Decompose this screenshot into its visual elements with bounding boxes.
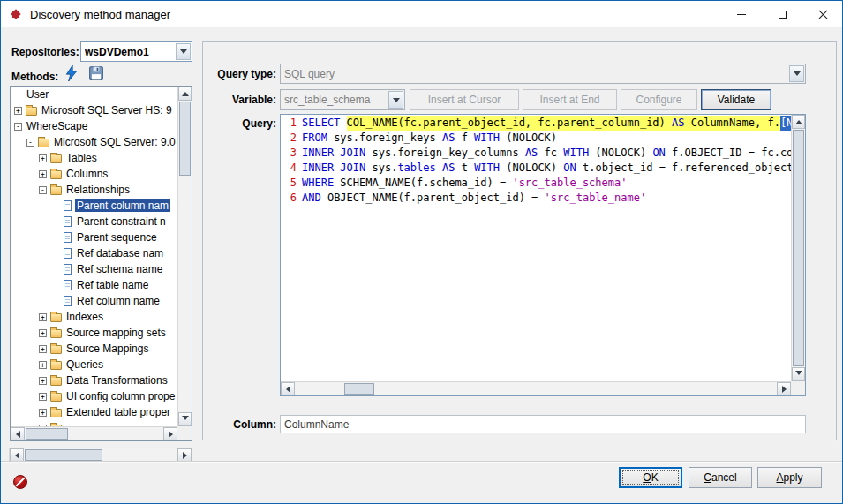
tree-item[interactable]: Ref column name bbox=[11, 293, 177, 309]
scroll-down-button[interactable] bbox=[792, 367, 805, 381]
code-token bbox=[436, 161, 442, 176]
collapse-icon[interactable]: - bbox=[26, 139, 34, 147]
variable-combobox[interactable]: src_table_schema bbox=[280, 89, 405, 110]
code-token: AS bbox=[525, 146, 538, 161]
tree-item[interactable]: -Microsoft SQL Server: 9.0 - bbox=[11, 134, 177, 150]
tree-item[interactable]: Ref schema name bbox=[11, 261, 177, 277]
tree-item-label: Parent sequence bbox=[75, 231, 159, 244]
editor-vscroll-thumb[interactable] bbox=[793, 130, 804, 366]
repository-value: wsDVDemo1 bbox=[85, 42, 174, 61]
code-token: [NAME bbox=[780, 116, 791, 131]
scrollbar-corner bbox=[177, 426, 192, 440]
tree-item[interactable]: +Queries bbox=[11, 357, 177, 372]
ok-button[interactable]: OK bbox=[619, 467, 682, 488]
repository-dropdown-button[interactable] bbox=[176, 43, 191, 60]
method-tree[interactable]: User+Microsoft SQL Server HS: 9-WhereSca… bbox=[10, 86, 192, 441]
code-token: WITH bbox=[474, 161, 500, 176]
tree-vertical-scrollbar[interactable] bbox=[177, 87, 192, 426]
scroll-down-button[interactable] bbox=[178, 412, 192, 426]
expand-icon[interactable]: + bbox=[39, 393, 47, 401]
validate-button[interactable]: Validate bbox=[701, 89, 771, 110]
tree-item[interactable]: +Data Transformations bbox=[11, 372, 177, 388]
code-token: 'src_table_name' bbox=[545, 191, 647, 206]
tree-item[interactable]: +Source Mappings bbox=[11, 341, 177, 357]
arrow-right-icon bbox=[782, 386, 790, 393]
code-token: INNER JOIN bbox=[302, 146, 372, 161]
code-lines[interactable]: 1SELECT COL_NAME(fc.parent_object_id, fc… bbox=[281, 115, 791, 381]
tree-hscroll-thumb[interactable] bbox=[26, 428, 68, 440]
scroll-left-button[interactable] bbox=[281, 382, 295, 395]
expand-icon[interactable]: + bbox=[39, 377, 47, 385]
expand-icon[interactable]: + bbox=[39, 345, 47, 353]
repository-combobox[interactable]: wsDVDemo1 bbox=[80, 41, 192, 62]
tree-item[interactable]: +Extended table proper bbox=[11, 404, 177, 420]
minimize-button[interactable] bbox=[721, 1, 762, 27]
tree-item[interactable]: Ref table name bbox=[11, 277, 177, 293]
editor-hscroll-thumb[interactable] bbox=[344, 383, 374, 395]
code-line: 1SELECT COL_NAME(fc.parent_object_id, fc… bbox=[281, 116, 791, 131]
save-icon[interactable] bbox=[88, 65, 104, 81]
cancel-button[interactable]: Cancel bbox=[689, 467, 752, 488]
column-field[interactable]: ColumnName bbox=[280, 415, 806, 433]
variable-dropdown-button[interactable] bbox=[388, 91, 403, 109]
tree-item[interactable]: +Columns bbox=[11, 166, 177, 182]
document-icon bbox=[64, 200, 72, 211]
tree-item[interactable]: Ref database nam bbox=[11, 245, 177, 261]
tree-item[interactable]: +Source mapping sets bbox=[11, 325, 177, 341]
editor-horizontal-scrollbar[interactable] bbox=[281, 381, 791, 395]
insert-at-cursor-button[interactable]: Insert at Cursor bbox=[410, 89, 519, 110]
tree-item-label: Ref column name bbox=[75, 295, 162, 307]
tree-item[interactable]: Parent sequence bbox=[11, 229, 177, 245]
scroll-up-button[interactable] bbox=[178, 87, 192, 101]
panel-hscroll-thumb[interactable] bbox=[25, 449, 102, 461]
tree-item[interactable]: +Tables bbox=[11, 150, 177, 166]
expand-icon[interactable]: + bbox=[39, 329, 47, 337]
expander-spacer bbox=[51, 202, 59, 210]
tree-item[interactable]: Parent constraint n bbox=[11, 214, 177, 229]
scroll-left-button[interactable] bbox=[11, 427, 25, 440]
document-icon bbox=[64, 248, 72, 259]
folder-icon bbox=[38, 139, 49, 147]
collapse-icon[interactable]: - bbox=[14, 123, 22, 131]
document-icon bbox=[64, 280, 72, 290]
insert-at-end-button[interactable]: Insert at End bbox=[523, 89, 617, 110]
tree-item[interactable]: +Indexes bbox=[11, 309, 177, 325]
expand-icon[interactable]: + bbox=[39, 170, 47, 178]
scroll-up-button[interactable] bbox=[792, 115, 805, 129]
tree-item[interactable]: -WhereScape bbox=[11, 118, 177, 134]
tree-item[interactable]: + bbox=[11, 420, 177, 426]
scroll-left-button[interactable] bbox=[10, 448, 24, 462]
configure-button[interactable]: Configure bbox=[621, 89, 697, 110]
tree-item-label: Source Mappings bbox=[64, 342, 150, 355]
tree-vscroll-thumb[interactable] bbox=[179, 102, 191, 176]
refresh-methods-icon[interactable] bbox=[64, 65, 79, 81]
expand-icon[interactable]: + bbox=[39, 409, 47, 417]
expander-spacer bbox=[51, 218, 59, 226]
expand-icon[interactable]: + bbox=[39, 361, 47, 369]
editor-vertical-scrollbar[interactable] bbox=[791, 115, 805, 381]
maximize-button[interactable] bbox=[762, 1, 802, 27]
document-icon bbox=[64, 296, 72, 306]
scroll-right-button[interactable] bbox=[177, 448, 192, 462]
tree-item-label: Parent constraint n bbox=[75, 215, 168, 228]
query-type-dropdown-button[interactable] bbox=[789, 65, 804, 82]
scroll-right-button[interactable] bbox=[777, 382, 791, 395]
scroll-right-button[interactable] bbox=[163, 427, 177, 440]
close-button[interactable] bbox=[802, 1, 843, 27]
tree-horizontal-scrollbar[interactable] bbox=[11, 426, 177, 440]
expand-icon[interactable]: + bbox=[39, 313, 47, 321]
tree-item[interactable]: Parent column nam bbox=[11, 198, 177, 214]
tree-item[interactable]: -Relationships bbox=[11, 182, 177, 198]
sql-query-editor[interactable]: 1SELECT COL_NAME(fc.parent_object_id, fc… bbox=[280, 114, 806, 396]
collapse-icon[interactable]: - bbox=[39, 186, 47, 194]
expand-icon[interactable]: + bbox=[39, 154, 47, 162]
expand-icon[interactable]: + bbox=[14, 107, 22, 115]
tree-item-label: Extended table proper bbox=[64, 406, 172, 418]
folder-icon bbox=[50, 154, 62, 163]
query-type-combobox[interactable]: SQL query bbox=[280, 64, 806, 84]
apply-button[interactable]: Apply bbox=[757, 467, 822, 488]
tree-item[interactable]: +Microsoft SQL Server HS: 9 bbox=[11, 102, 177, 118]
tree-item[interactable]: +UI config column prope bbox=[11, 388, 177, 404]
expander-spacer bbox=[51, 250, 59, 258]
tree-item[interactable]: User bbox=[11, 87, 177, 102]
